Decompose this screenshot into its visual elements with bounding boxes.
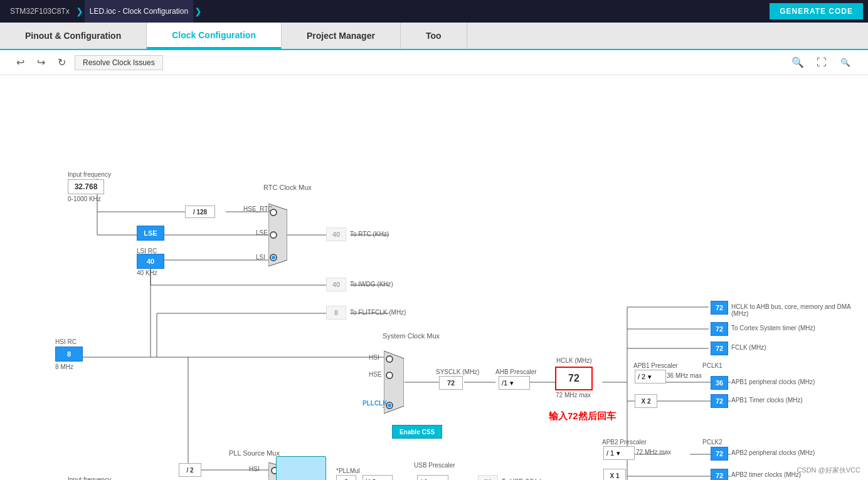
flit-value-box[interactable]: 8 (326, 306, 346, 320)
hsi-mhz-label: 8 MHz (55, 363, 73, 370)
lsi-rtc-label: LSI (256, 254, 265, 261)
input-freq-bot-label: Input frequency (68, 476, 111, 480)
input-freq-top-label: Input frequency (68, 171, 111, 178)
ahb-prescaler-select[interactable]: /1 ▾ (499, 376, 530, 390)
apb1-prescaler-select[interactable]: / 2 ▾ (635, 370, 666, 383)
input-freq-top-box[interactable]: 32.768 (68, 179, 104, 194)
ahb-bus-label: HCLK to AHB bus, core, memory and DMA (M… (731, 303, 857, 317)
rtc-lse-radio[interactable] (270, 231, 277, 239)
cortex-label: To Cortex System timer (MHz) (731, 325, 815, 331)
sys-hsi-radio[interactable] (386, 355, 393, 363)
ahb-bus-value: 72 (711, 301, 728, 315)
pll-mul-label: *PLLMul (336, 467, 360, 474)
apb1-periph-value: 36 (711, 376, 728, 390)
div128-box: / 128 (185, 206, 215, 218)
apb2-max-label: 72 MHz max (636, 449, 671, 456)
apb1-prescaler-label: APB1 Prescaler (633, 362, 678, 369)
tab-tools[interactable]: Too (401, 23, 467, 49)
rtc-mux-label: RTC Clock Mux (263, 184, 312, 191)
annotation-text: 输入72然后回车 (549, 410, 616, 422)
div2-box: / 2 (179, 463, 201, 477)
breadcrumb-file: LED.ioc - Clock Configuration (85, 0, 193, 23)
hsi-rc-label: HSI RC (55, 338, 77, 345)
pll-x9-select[interactable]: X 9 ▾ (363, 475, 393, 480)
undo-button[interactable]: ↩ (13, 54, 28, 71)
pclk2-label: PCLK2 (702, 439, 722, 446)
generate-code-button[interactable]: GENERATE CODE (770, 3, 863, 19)
sys-pll-radio[interactable] (386, 402, 393, 409)
hclk-box[interactable]: 72 (555, 367, 593, 390)
usb-value[interactable]: 72 (478, 475, 498, 480)
usb-prescaler-select[interactable]: / 1 ▾ (417, 475, 448, 480)
nav-tabs: Pinout & Configuration Clock Configurati… (0, 23, 868, 50)
toolbar: ↩ ↪ ↻ Resolve Clock Issues 🔍 ⛶ 🔍 (0, 50, 868, 75)
tab-clock[interactable]: Clock Configuration (147, 23, 282, 49)
tab-pinout[interactable]: Pinout & Configuration (0, 23, 147, 49)
zoom-out-button[interactable]: 🔍 (837, 56, 854, 70)
fclk-value: 72 (711, 342, 728, 355)
top-bar: STM32F103C8Tx ❯ LED.ioc - Clock Configur… (0, 0, 868, 23)
breadcrumb-arrow-2: ❯ (194, 6, 202, 16)
tab-project[interactable]: Project Manager (282, 23, 401, 49)
apb2-x1-box: X 1 (603, 469, 626, 480)
rtc-lsi-radio[interactable] (270, 254, 277, 261)
enable-css-button[interactable]: Enable CSS (392, 425, 442, 439)
hsi-pll-label: HSI (249, 466, 260, 472)
pll-container: PLL (276, 456, 326, 480)
hclk-max-label: 72 MHz max (556, 392, 591, 399)
refresh-button[interactable]: ↻ (54, 54, 70, 71)
input-freq-top-range: 0-1000 KHz (68, 196, 101, 202)
lsi-khz-label: 40 KHz (137, 269, 157, 276)
apb1-max-label: 36 MHz max (667, 372, 702, 379)
sys-hse-radio[interactable] (386, 372, 393, 379)
resolve-clock-button[interactable]: Resolve Clock Issues (75, 55, 163, 70)
hclk-label: HCLK (MHz) (556, 357, 592, 364)
pll-source-mux-label: PLL Source Mux (229, 449, 280, 457)
apb1-x2-box: X 2 (635, 394, 657, 408)
fit-button[interactable]: ⛶ (813, 55, 830, 71)
lsi-box[interactable]: 40 (137, 254, 164, 269)
pclk1-label: PCLK1 (702, 362, 722, 369)
lse-box[interactable]: LSE (137, 226, 164, 241)
rtc-hse-radio[interactable] (270, 209, 277, 216)
to-rtc-label: To RTC (KHz) (350, 231, 389, 237)
apb2-periph-label: APB2 peripheral clocks (MHz) (731, 449, 815, 456)
system-mux-label: System Clock Mux (383, 332, 440, 340)
sysclk-box[interactable]: 72 (439, 376, 463, 390)
breadcrumb-arrow-1: ❯ (76, 6, 83, 16)
to-iwdg-label: To IWDG (KHz) (350, 281, 393, 288)
pllclk-label: PLLCLK (363, 400, 387, 407)
redo-button[interactable]: ↪ (33, 54, 49, 71)
apb2-timer-label: APB2 timer clocks (MHz) (731, 471, 801, 478)
pll-mul-box[interactable]: 8 (336, 475, 356, 480)
hse-rtc-label: HSE_RTC (243, 206, 273, 212)
to-flit-label: To FLITFCLK (MHz) (350, 309, 406, 316)
apb1-timer-value: 72 (711, 394, 728, 408)
lse-rtc-label: LSE (256, 229, 268, 236)
watermark: CSDN @好家伙VCC (797, 466, 860, 475)
apb2-timer-value: 72 (711, 469, 728, 480)
apb2-prescaler-label: APB2 Prescaler (602, 439, 647, 446)
apb1-timer-label: APB1 Timer clocks (MHz) (731, 397, 803, 404)
ahb-prescaler-label: AHB Prescaler (495, 368, 537, 375)
zoom-in-button[interactable]: 🔍 (788, 54, 808, 71)
hsi-box[interactable]: 8 (55, 347, 83, 362)
diagram-lines (0, 75, 868, 480)
usb-prescaler-label: USB Prescaler (414, 462, 455, 469)
rtc-value-box[interactable]: 40 (326, 227, 346, 241)
diagram-area: Input frequency 32.768 0-1000 KHz LSE LS… (0, 75, 868, 480)
iwdg-value-box[interactable]: 40 (326, 278, 346, 291)
apb2-prescaler-select[interactable]: / 1 ▾ (603, 446, 635, 460)
sysclk-label: SYSCLK (MHz) (436, 368, 479, 375)
fclk-label: FCLK (MHz) (731, 344, 766, 351)
apb2-periph-value: 72 (711, 447, 728, 461)
apb1-periph-label: APB1 peripheral clocks (MHz) (731, 378, 815, 385)
hse-sys-label: HSE (369, 371, 382, 378)
cortex-value: 72 (711, 322, 728, 336)
hsi-sys-label: HSI (369, 354, 379, 361)
breadcrumb-chip: STM32F103C8Tx (5, 0, 75, 23)
